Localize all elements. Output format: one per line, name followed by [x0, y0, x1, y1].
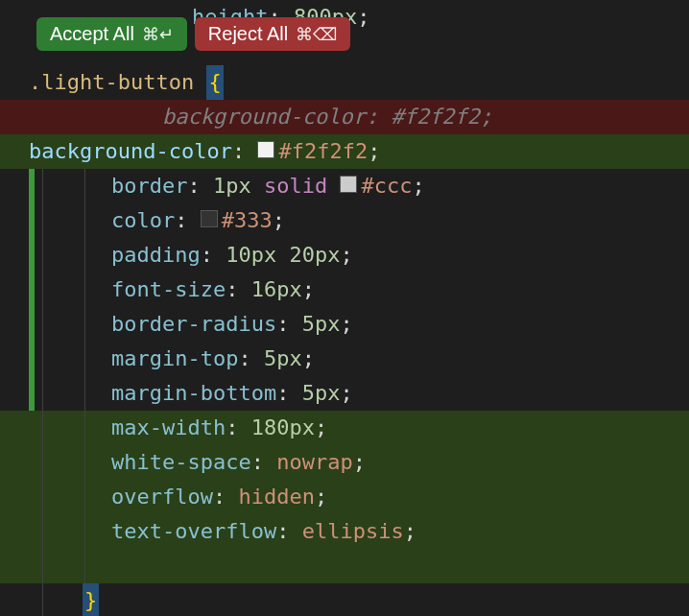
css-property: white-space: [111, 445, 251, 480]
reject-label: Reject All: [208, 23, 288, 45]
accept-all-button[interactable]: Accept All ⌘↵: [36, 17, 187, 51]
css-property: max-width: [111, 411, 226, 445]
diff-added-line: [0, 549, 689, 583]
accept-label: Accept All: [50, 23, 134, 45]
code-line: padding: 10px 20px;: [0, 238, 689, 272]
css-property: background-color: [29, 134, 232, 169]
keyboard-shortcut: ⌘⌫: [296, 24, 337, 45]
code-line: border: 1px solid #ccc;: [0, 169, 689, 203]
brace-open: {: [206, 65, 223, 100]
css-property: border-radius: [111, 307, 276, 342]
diff-added-line: max-width: 180px;: [0, 411, 689, 445]
css-property: border: [111, 169, 187, 203]
diff-action-buttons: Accept All ⌘↵ Reject All ⌘⌫: [36, 17, 350, 51]
keyboard-shortcut: ⌘↵: [142, 24, 174, 45]
diff-added-line: overflow: hidden;: [0, 480, 689, 514]
diff-added-line: text-overflow: ellipsis;: [0, 514, 689, 549]
diff-added-line: white-space: nowrap;: [0, 445, 689, 480]
code-line: border-radius: 5px;: [0, 307, 689, 342]
css-value: #f2f2f2: [278, 134, 368, 169]
code-editor[interactable]: height: 800px; .light-button { backgroun…: [0, 0, 689, 616]
code-line: margin-top: 5px;: [0, 342, 689, 376]
code-line: }: [0, 583, 689, 616]
css-property: margin-bottom: [111, 376, 276, 411]
css-selector: .light-button: [29, 65, 194, 100]
color-swatch-icon[interactable]: [340, 176, 357, 193]
code-line: font-size: 16px;: [0, 272, 689, 307]
code-line: .light-button {: [0, 65, 689, 100]
removed-text: background-color: #f2f2f2;: [111, 100, 492, 134]
css-property: margin-top: [111, 342, 238, 376]
css-property: color: [111, 203, 175, 238]
css-property: text-overflow: [111, 514, 276, 549]
brace-close: }: [83, 583, 99, 616]
reject-all-button[interactable]: Reject All ⌘⌫: [195, 17, 350, 51]
css-property: padding: [111, 238, 201, 272]
diff-added-line: background-color: #f2f2f2;: [0, 134, 689, 169]
css-property: overflow: [111, 480, 213, 514]
color-swatch-icon[interactable]: [201, 210, 218, 227]
diff-removed-line: background-color: #f2f2f2;: [0, 100, 689, 134]
code-line: color: #333;: [0, 203, 689, 238]
css-property: font-size: [111, 272, 226, 307]
code-line: margin-bottom: 5px;: [0, 376, 689, 411]
color-swatch-icon[interactable]: [257, 141, 274, 158]
